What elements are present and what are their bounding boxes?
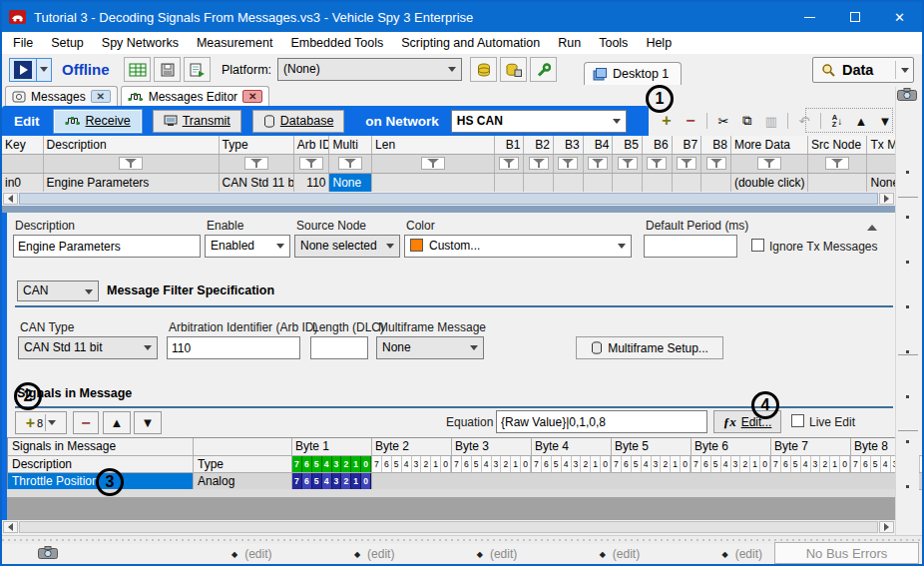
menu-item[interactable]: Scripting and Automation bbox=[392, 32, 549, 54]
bit-cell[interactable]: 0 bbox=[840, 456, 850, 472]
col-arb-id[interactable]: Arb ID bbox=[294, 136, 330, 154]
bit-cell[interactable]: 5 bbox=[791, 456, 801, 472]
remove-signal-button[interactable]: − bbox=[73, 411, 99, 434]
bit-cell[interactable]: 5 bbox=[632, 456, 642, 472]
bit-cell[interactable]: 3 bbox=[811, 456, 821, 472]
status-edit-item[interactable]: ◆ (edit) bbox=[722, 547, 763, 561]
bit-cell[interactable]: 2 bbox=[581, 456, 591, 472]
bit-cell[interactable]: 7 bbox=[692, 456, 701, 472]
bit-cell[interactable]: 5 bbox=[871, 456, 881, 472]
bit-cell[interactable]: 2 bbox=[740, 456, 750, 472]
bit-cell[interactable]: 1 bbox=[511, 456, 521, 472]
menu-item[interactable]: Setup bbox=[42, 32, 93, 54]
col-byte[interactable]: B3 bbox=[554, 136, 584, 154]
bit-cell[interactable]: 6 bbox=[701, 456, 711, 472]
filter-button[interactable] bbox=[119, 157, 143, 170]
bit-cell[interactable]: 6 bbox=[781, 456, 791, 472]
col-multi[interactable]: Multi bbox=[329, 136, 372, 154]
col-description[interactable]: Description bbox=[44, 136, 220, 154]
maximize-button[interactable] bbox=[832, 2, 877, 32]
bit-cell[interactable]: 0 bbox=[361, 473, 371, 489]
bit-cell[interactable]: 3 bbox=[492, 456, 502, 472]
bit-cell[interactable]: 1 bbox=[351, 456, 361, 472]
bit-cell[interactable]: 3 bbox=[412, 456, 422, 472]
cut-icon[interactable]: ✂ bbox=[713, 111, 733, 131]
scroll-right-icon[interactable] bbox=[879, 521, 894, 533]
bit-cell[interactable]: 2 bbox=[341, 456, 351, 472]
description-input[interactable] bbox=[13, 235, 201, 258]
arb-id-input[interactable] bbox=[167, 336, 300, 359]
menu-item[interactable]: Measurement bbox=[188, 32, 281, 54]
bit-cell[interactable]: 3 bbox=[731, 456, 741, 472]
move-signal-down-button[interactable]: ▼ bbox=[134, 411, 162, 434]
col-len[interactable]: Len bbox=[372, 136, 495, 154]
bit-cell[interactable]: 1 bbox=[351, 473, 361, 489]
bit-cell[interactable]: 0 bbox=[521, 456, 531, 472]
bit-cell[interactable]: 4 bbox=[402, 456, 412, 472]
col-byte[interactable]: B4 bbox=[584, 136, 614, 154]
bit-cell[interactable]: 4 bbox=[562, 456, 572, 472]
status-edit-item[interactable]: ◆ (edit) bbox=[600, 547, 641, 561]
status-edit-item[interactable]: ◆ (edit) bbox=[231, 547, 272, 561]
filter-button[interactable] bbox=[677, 157, 696, 170]
bit-cell[interactable]: 6 bbox=[861, 456, 871, 472]
bit-cell[interactable]: 1 bbox=[591, 456, 601, 472]
tab-messages-editor[interactable]: Messages Editor ✕ bbox=[121, 86, 269, 106]
bit-cell[interactable]: 6 bbox=[302, 456, 312, 472]
add-message-button[interactable]: + bbox=[657, 111, 677, 131]
remove-message-button[interactable]: − bbox=[681, 111, 700, 131]
col-byte[interactable]: B2 bbox=[524, 136, 554, 154]
filter-button[interactable] bbox=[757, 157, 781, 170]
equation-input[interactable] bbox=[496, 410, 707, 433]
bit-cell[interactable]: 6 bbox=[462, 456, 472, 472]
bit-cell[interactable]: 0 bbox=[441, 456, 451, 472]
filter-button[interactable] bbox=[244, 157, 268, 170]
bit-cell[interactable]: 1 bbox=[830, 456, 840, 472]
color-select[interactable]: Custom... bbox=[404, 235, 632, 258]
bit-cell[interactable]: 7 bbox=[771, 456, 781, 472]
filter-button[interactable] bbox=[421, 157, 445, 170]
right-scroll-rail[interactable] bbox=[895, 87, 919, 536]
bit-cell[interactable]: 3 bbox=[572, 456, 582, 472]
add-signal-button[interactable]: + 8 bbox=[15, 411, 67, 434]
spreadsheet-button[interactable] bbox=[124, 57, 151, 82]
enable-select[interactable]: Enabled bbox=[205, 235, 290, 258]
bit-cell[interactable]: 4 bbox=[801, 456, 811, 472]
receive-button[interactable]: Receive bbox=[54, 110, 142, 133]
platform-select[interactable]: (None) bbox=[277, 58, 462, 81]
run-button[interactable] bbox=[9, 58, 37, 82]
bit-cell[interactable]: 2 bbox=[661, 456, 671, 472]
paste-icon[interactable]: ▥ bbox=[761, 111, 781, 131]
bit-cell[interactable]: 0 bbox=[681, 456, 691, 472]
bit-cell[interactable]: 6 bbox=[382, 456, 392, 472]
move-signal-up-button[interactable]: ▲ bbox=[103, 411, 131, 434]
camera-icon[interactable] bbox=[38, 546, 58, 562]
bit-cell[interactable]: 6 bbox=[542, 456, 552, 472]
multiframe-select[interactable]: None bbox=[376, 336, 484, 359]
menu-item[interactable]: File bbox=[4, 32, 42, 54]
bit-cell[interactable]: 7 bbox=[372, 456, 382, 472]
menu-item[interactable]: Tools bbox=[590, 32, 637, 54]
status-edit-item[interactable]: ◆ (edit) bbox=[354, 547, 395, 561]
data-button[interactable]: Data bbox=[812, 57, 914, 83]
bit-cell[interactable]: 0 bbox=[920, 456, 924, 472]
col-src-node[interactable]: Src Node bbox=[808, 136, 867, 154]
bit-cell[interactable]: 7 bbox=[532, 456, 542, 472]
filter-button[interactable] bbox=[588, 157, 608, 170]
tab-desktop-1[interactable]: Desktop 1 bbox=[584, 62, 682, 85]
filter-button[interactable] bbox=[299, 157, 323, 170]
close-button[interactable]: ✕ bbox=[877, 2, 922, 32]
bit-cell[interactable]: 2 bbox=[501, 456, 511, 472]
filter-button[interactable] bbox=[706, 157, 726, 170]
multiframe-setup-button[interactable]: Multiframe Setup... bbox=[576, 336, 723, 359]
filter-button[interactable] bbox=[558, 157, 578, 170]
bit-cell[interactable]: 0 bbox=[601, 456, 611, 472]
logging-button[interactable] bbox=[184, 57, 211, 82]
col-byte[interactable]: B5 bbox=[613, 136, 643, 154]
bit-cell[interactable]: 1 bbox=[431, 456, 441, 472]
bit-cell[interactable]: 7 bbox=[452, 456, 462, 472]
network-select[interactable]: HS CAN bbox=[451, 110, 627, 133]
bit-cell[interactable]: 4 bbox=[881, 456, 891, 472]
bit-cell[interactable]: 4 bbox=[322, 456, 332, 472]
filter-button[interactable] bbox=[529, 157, 549, 170]
